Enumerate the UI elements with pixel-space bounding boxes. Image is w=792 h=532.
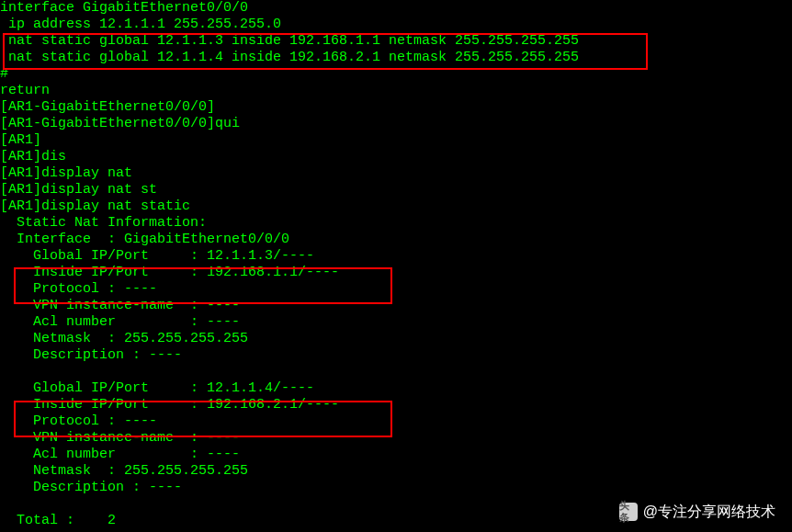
terminal-line: Description : ---- — [0, 347, 792, 364]
terminal-line: interface GigabitEthernet0/0/0 — [0, 0, 792, 17]
terminal-line: Netmask : 255.255.255.255 — [0, 331, 792, 347]
terminal-line: [AR1] — [0, 132, 792, 149]
terminal-line — [0, 364, 792, 380]
terminal-line: # — [0, 66, 792, 83]
terminal-line: ip address 12.1.1.1 255.255.255.0 — [0, 17, 792, 33]
toutiao-logo-icon: 头条 — [619, 503, 638, 521]
watermark: 头条 @专注分享网络技术 — [619, 503, 775, 521]
terminal-line: Inside IP/Port : 192.168.1.1/---- — [0, 265, 792, 281]
terminal-line: Description : ---- — [0, 480, 792, 496]
terminal-line: VPN instance-name : ---- — [0, 430, 792, 447]
terminal-line: Acl number : ---- — [0, 314, 792, 331]
watermark-text: @专注分享网络技术 — [643, 503, 775, 520]
terminal-line: Global IP/Port : 12.1.1.4/---- — [0, 380, 792, 397]
terminal-line: [AR1]display nat st — [0, 182, 792, 198]
terminal-line: Interface : GigabitEthernet0/0/0 — [0, 232, 792, 248]
terminal-line: VPN instance-name : ---- — [0, 298, 792, 314]
terminal-line: nat static global 12.1.1.4 inside 192.16… — [0, 50, 792, 66]
terminal-line: Global IP/Port : 12.1.1.3/---- — [0, 248, 792, 265]
terminal-line: Acl number : ---- — [0, 447, 792, 463]
terminal-line: Protocol : ---- — [0, 281, 792, 298]
terminal-line: [AR1]display nat — [0, 165, 792, 182]
terminal-output[interactable]: interface GigabitEthernet0/0/0 ip addres… — [0, 0, 792, 529]
terminal-line: nat static global 12.1.1.3 inside 192.16… — [0, 33, 792, 50]
terminal-line: Protocol : ---- — [0, 413, 792, 430]
terminal-line: [AR1]display nat static — [0, 198, 792, 215]
terminal-line: Netmask : 255.255.255.255 — [0, 463, 792, 480]
terminal-line: Inside IP/Port : 192.168.2.1/---- — [0, 397, 792, 413]
terminal-line: [AR1]dis — [0, 149, 792, 165]
terminal-line: [AR1-GigabitEthernet0/0/0]qui — [0, 116, 792, 132]
terminal-line: [AR1-GigabitEthernet0/0/0] — [0, 99, 792, 116]
terminal-line: return — [0, 83, 792, 99]
terminal-line: Static Nat Information: — [0, 215, 792, 232]
